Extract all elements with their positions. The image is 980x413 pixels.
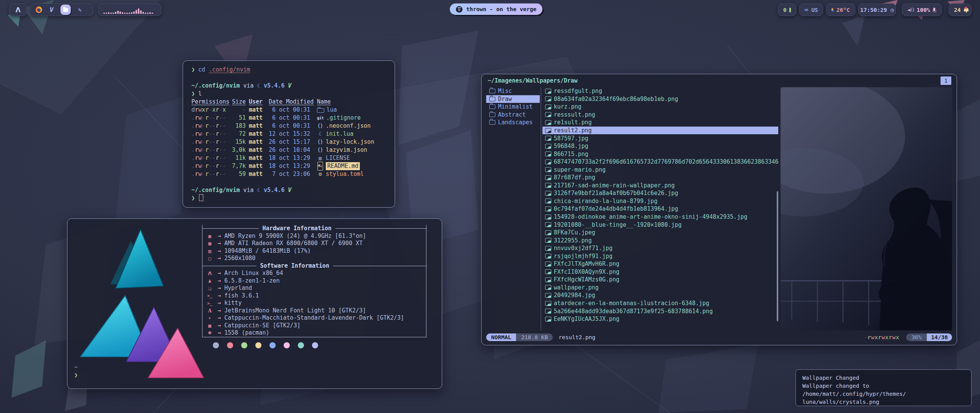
file-row[interactable]: FXfcJlTXgAMvH6R.png <box>542 260 778 268</box>
audio-visualizer-widget[interactable] <box>98 3 162 16</box>
file-row[interactable]: EeNKYgIUcAAJ5JX.png <box>542 315 778 323</box>
image-icon <box>545 198 551 203</box>
file-list-pane: ressdfgult.png 08a634fa02a32364f69ebc86a… <box>542 87 778 330</box>
file-size: 15k <box>230 138 246 146</box>
scrollbar[interactable] <box>777 191 778 321</box>
file-name: 3126f7e9bbf21a8a4af0b67b041c6e26.jpg <box>554 190 678 197</box>
terminal-icon <box>206 299 214 307</box>
file-listing: drwxr-xr-x - matt 6 oct 00:31 lua .rw-r-… <box>191 106 386 178</box>
file-row[interactable]: 8FKa7Cu.jpeg <box>542 229 778 237</box>
notification-toast[interactable]: Wallpaper Changed Wallpaper changed to /… <box>795 369 972 406</box>
visualizer-bar <box>106 13 107 14</box>
file-row[interactable]: 5a266e448add93deab367d87173e9f25-6837886… <box>542 307 778 315</box>
date-widget[interactable]: 24 <box>949 3 972 16</box>
file-name: lazyvim.json <box>326 146 367 154</box>
file-row[interactable]: 19201080-__blue-tinge__-1920×1080.jpg <box>542 221 778 229</box>
file-name: result2.png <box>554 127 592 134</box>
keyboard-layout: US <box>811 7 818 13</box>
file-name: 587597.jpg <box>554 135 588 142</box>
file-date: 6 oct 00:31 <box>266 106 314 114</box>
file-date: 18 oct 13:29 <box>266 162 314 170</box>
file-row[interactable]: resssult.png <box>542 111 778 119</box>
weather-widget[interactable]: 26°C <box>826 3 855 16</box>
command-line: ❯ cd .config/nvim <box>191 66 386 74</box>
notification-dot <box>965 7 967 9</box>
visualizer-bar <box>149 12 151 14</box>
arrow-icon: → <box>217 285 221 292</box>
file-row[interactable]: chica-mirando-la-luna-8799.jpg <box>542 197 778 205</box>
tab-badge[interactable]: 1 <box>941 76 951 85</box>
updates-widget[interactable]: 0 <box>778 3 796 16</box>
info-value: AMD Ryzen 9 5900X (24) @ 4.9GHz [61.3°on… <box>224 233 366 240</box>
file-row[interactable]: 866715.png <box>542 150 778 158</box>
workspace-files-active[interactable] <box>60 5 71 15</box>
breadcrumb-path: ~/Imagenes/Wallpapers/Draw <box>486 77 952 87</box>
file-name: atardecer-en-la-montanas-ilustracion-634… <box>554 300 709 307</box>
sidebar-folder-item[interactable]: Draw <box>486 95 540 103</box>
file-row[interactable]: rsjqojlmjhf91.jpg <box>542 252 778 260</box>
keyboard-layout-widget[interactable]: ⌨ US <box>799 3 823 16</box>
software-section-header: Software Information <box>202 262 427 270</box>
terminal-window[interactable]: ❯ cd .config/nvim ~/.config/nvim via v5.… <box>183 60 395 208</box>
file-row[interactable]: nnvuv0xj2df71.jpg <box>542 244 778 252</box>
file-row[interactable]: 20492984.jpg <box>542 291 778 299</box>
file-row[interactable]: 87r687df.png <box>542 174 778 182</box>
image-icon <box>545 183 551 188</box>
visualizer-bar <box>126 13 128 14</box>
palette-dot <box>227 342 233 348</box>
file-row[interactable]: wallpaper.png <box>542 284 778 292</box>
image-icon <box>545 144 551 149</box>
file-row[interactable]: 217167-sad-anime-rain-wallpaper.png <box>542 182 778 190</box>
file-row[interactable]: re1sult.png <box>542 119 778 127</box>
file-owner: matt <box>246 114 266 122</box>
image-icon <box>545 269 551 274</box>
clock-widget[interactable]: 17:50:29 ◷ <box>858 3 896 16</box>
audio-widget[interactable]: ◄)) 100% <box>902 3 942 16</box>
file-owner: matt <box>246 154 266 162</box>
file-row[interactable]: 587597.jpg <box>542 134 778 142</box>
sidebar-folder-item[interactable]: Minimalist <box>486 103 540 111</box>
image-icon <box>545 206 551 211</box>
permissions: .rw-r--r-- <box>191 146 230 154</box>
file-size: 3,0k <box>230 146 246 154</box>
file-row[interactable]: 3126f7e9bbf21a8a4af0b67b041c6e26.jpg <box>542 189 778 197</box>
file-row[interactable]: super-mario.png <box>542 166 778 174</box>
file-row[interactable]: 596848.jpg <box>542 142 778 150</box>
sidebar-folder-item[interactable]: Misc <box>486 87 540 95</box>
image-icon <box>545 309 551 314</box>
arrow-icon: → <box>217 255 221 262</box>
folder-name: Draw <box>498 96 512 102</box>
file-row[interactable]: 0c794faf07de24a4db4d4fb1eb813964.jpg <box>542 205 778 213</box>
sidebar-folder-item[interactable]: Landscapes <box>486 119 540 127</box>
file-row[interactable]: FXfcHgcWIAMzs0G.png <box>542 276 778 284</box>
file-row[interactable]: FXfcII0X0AQyn9X.png <box>542 268 778 276</box>
info-value: Hyprland <box>224 285 252 292</box>
file-row[interactable]: 68747470733a2f2f696d616765732d7769786d70… <box>542 158 778 166</box>
size-badge: 218.8 KB <box>516 333 553 341</box>
file-row[interactable]: ressdfgult.png <box>542 87 778 95</box>
sidebar-folder-item[interactable]: Abstract <box>486 111 540 119</box>
notification-body-line: Wallpaper changed to /home/matt/.config/… <box>802 382 965 398</box>
file-row[interactable]: atardecer-en-la-montanas-ilustracion-634… <box>542 299 778 307</box>
gear-icon <box>317 171 323 177</box>
file-row[interactable]: kurz.png <box>542 103 778 111</box>
display-icon <box>206 255 214 262</box>
workspace-brush[interactable]: ✎ <box>76 6 83 13</box>
visualizer-bar <box>138 8 139 14</box>
image-icon <box>545 254 551 259</box>
info-value: 1558 (pacman) <box>224 329 269 337</box>
file-row[interactable]: result2.png <box>542 127 778 135</box>
file-row[interactable]: 08a634fa02a32364f69ebc86a98eb1eb.png <box>542 95 778 103</box>
cpu-icon <box>206 233 214 240</box>
info-row: → kitty <box>203 299 426 307</box>
workspace-firefox[interactable] <box>35 6 42 13</box>
info-value: kitty <box>224 299 242 307</box>
file-row[interactable]: 3122955.png <box>542 236 778 244</box>
input-line[interactable]: ❯ <box>191 194 386 202</box>
font-icon <box>206 307 214 315</box>
media-player-pill[interactable]: thrown - on the verge <box>450 3 542 15</box>
shell-prompt[interactable]: ~ ❯ <box>74 363 78 379</box>
launcher-button[interactable]: Λ <box>9 3 27 16</box>
workspace-vim[interactable]: V <box>48 6 55 13</box>
file-row[interactable]: 154928-odinokoe_anime-art-anime-okno-sin… <box>542 213 778 221</box>
